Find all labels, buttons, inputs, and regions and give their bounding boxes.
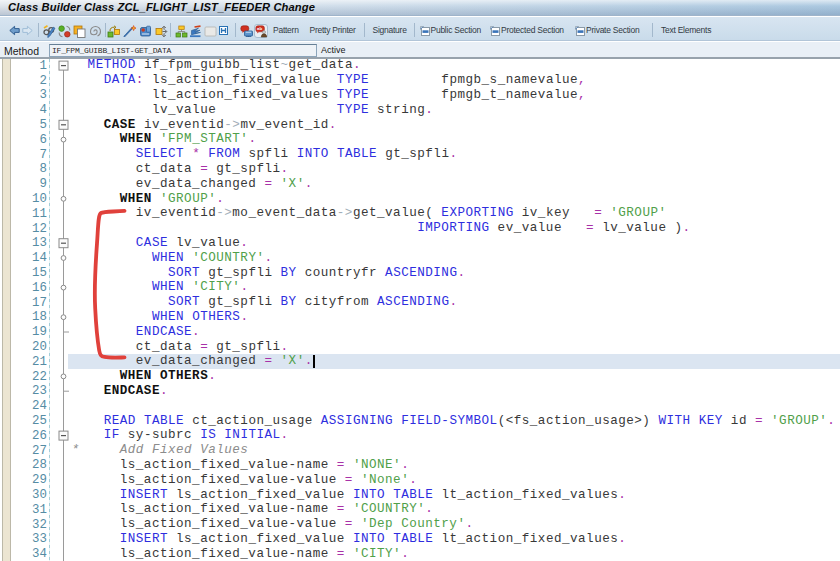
- svg-text:ab: ab: [257, 26, 262, 31]
